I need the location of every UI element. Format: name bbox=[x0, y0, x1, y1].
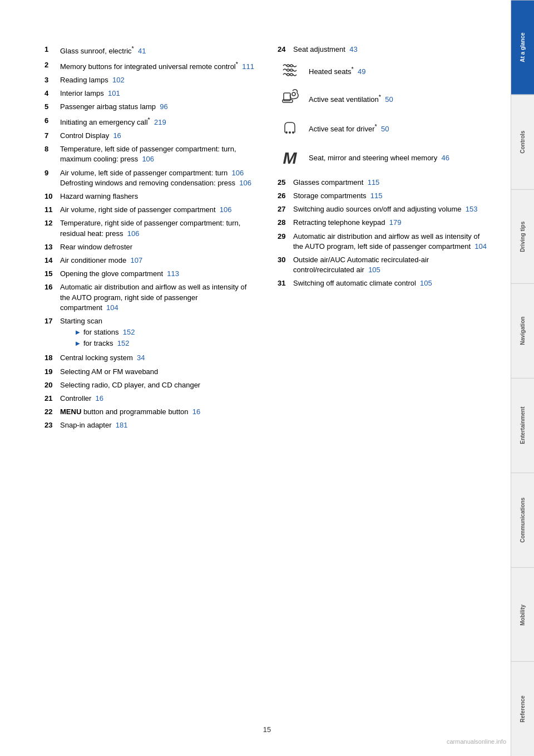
page-ref[interactable]: 46 bbox=[441, 154, 449, 162]
item-number: 21 bbox=[44, 394, 60, 404]
page-ref[interactable]: 105 bbox=[420, 279, 432, 287]
item-text: Hazard warning flashers bbox=[60, 192, 255, 202]
page-ref[interactable]: 106 bbox=[142, 155, 154, 163]
list-item: 5 Passenger airbag status lamp 96 bbox=[44, 102, 255, 112]
item-text: Retracting telephone keypad 179 bbox=[293, 218, 488, 228]
page-ref[interactable]: 106 bbox=[232, 169, 244, 177]
item-number: 12 bbox=[44, 218, 60, 238]
page-ref[interactable]: 106 bbox=[127, 229, 140, 238]
sidebar: At a glance Controls Driving tips Naviga… bbox=[511, 0, 534, 756]
page-ref[interactable]: 107 bbox=[130, 256, 142, 264]
page-ref[interactable]: 16 bbox=[192, 408, 200, 416]
sidebar-tab-entertainment[interactable]: Entertainment bbox=[511, 378, 534, 473]
page-ref[interactable]: 219 bbox=[154, 118, 166, 126]
svg-point-3 bbox=[289, 131, 291, 134]
page-ref[interactable]: 96 bbox=[160, 102, 167, 111]
page-ref[interactable]: 105 bbox=[368, 266, 380, 274]
item-number: 30 bbox=[278, 255, 293, 275]
page-ref[interactable]: 104 bbox=[106, 303, 118, 312]
page-ref[interactable]: 115 bbox=[370, 192, 383, 200]
heated-seats-svg bbox=[280, 61, 300, 77]
list-item: 23 Snap-in adapter 181 bbox=[44, 420, 255, 430]
sidebar-tab-navigation[interactable]: Navigation bbox=[511, 283, 534, 378]
active-driver-svg bbox=[279, 117, 300, 135]
page-ref[interactable]: 41 bbox=[138, 47, 146, 55]
svg-point-4 bbox=[292, 131, 294, 134]
icon-list-item: Active seat for driver* 50 bbox=[278, 117, 488, 140]
list-item: 1 Glass sunroof, electric* 41 bbox=[44, 45, 255, 57]
item-number: 23 bbox=[44, 420, 60, 430]
page-ref[interactable]: 43 bbox=[349, 45, 357, 53]
page-ref[interactable]: 50 bbox=[381, 125, 389, 133]
right-column: 24 Seat adjustment 43 bbox=[278, 45, 488, 711]
item-number: 13 bbox=[44, 242, 60, 252]
item-text: Initiating an emergency call* 219 bbox=[60, 116, 255, 128]
page-ref[interactable]: 152 bbox=[117, 339, 130, 347]
page-ref[interactable]: 102 bbox=[112, 76, 125, 84]
sidebar-tab-at-a-glance[interactable]: At a glance bbox=[511, 0, 534, 95]
page-ref[interactable]: 179 bbox=[389, 218, 402, 227]
list-item: 11 Air volume, right side of passenger c… bbox=[44, 205, 255, 215]
list-item: 20 Selecting radio, CD player, and CD ch… bbox=[44, 380, 255, 390]
item-number: 15 bbox=[44, 269, 60, 279]
item-number: 11 bbox=[44, 205, 60, 215]
list-item: 12 Temperature, right side of passenger … bbox=[44, 218, 255, 238]
page-ref[interactable]: 153 bbox=[466, 205, 478, 213]
sub-items: ▶ for stations 152 ▶ for tracks 152 bbox=[76, 327, 255, 348]
list-item: 25 Glasses compartment 115 bbox=[278, 178, 488, 188]
right-item-list: 24 Seat adjustment 43 bbox=[278, 45, 488, 288]
icon-list-item: Active seat ventilation* 50 bbox=[278, 87, 488, 110]
page-ref[interactable]: 106 bbox=[239, 179, 251, 187]
list-item: 16 Automatic air distribution and airflo… bbox=[44, 282, 255, 313]
page-ref[interactable]: 113 bbox=[167, 269, 179, 278]
page-ref[interactable]: 181 bbox=[116, 421, 128, 429]
item-number: 8 bbox=[44, 144, 60, 164]
item-text: Opening the glove compartment 113 bbox=[60, 269, 255, 279]
sidebar-tab-mobility[interactable]: Mobility bbox=[511, 567, 534, 662]
list-item: 6 Initiating an emergency call* 219 bbox=[44, 116, 255, 128]
bold-label: MENU bbox=[60, 408, 81, 416]
page-ref[interactable]: 49 bbox=[358, 67, 365, 76]
list-item: 28 Retracting telephone keypad 179 bbox=[278, 218, 488, 228]
page-ref[interactable]: 106 bbox=[220, 205, 232, 214]
item-text: Reading lamps 102 bbox=[60, 75, 255, 85]
item-text: Controller 16 bbox=[60, 394, 255, 404]
item-number: 24 bbox=[278, 45, 293, 55]
page-ref[interactable]: 50 bbox=[385, 95, 393, 104]
list-item: 17 Starting scan ▶ for stations 152 ▶ fo… bbox=[44, 316, 255, 350]
triangle-icon: ▶ bbox=[76, 340, 80, 347]
item-text: Glasses compartment 115 bbox=[293, 178, 488, 188]
seat-mirror-text: Seat, mirror and steering wheel memory 4… bbox=[309, 153, 488, 163]
page-ref[interactable]: 34 bbox=[137, 354, 145, 362]
svg-point-2 bbox=[292, 92, 295, 96]
sidebar-tab-communications[interactable]: Communications bbox=[511, 473, 534, 567]
item-number: 18 bbox=[44, 353, 60, 363]
sidebar-tab-driving-tips[interactable]: Driving tips bbox=[511, 189, 534, 284]
triangle-icon: ▶ bbox=[76, 328, 80, 336]
item-text: Outside air/AUC Automatic recirculated-a… bbox=[293, 255, 488, 275]
page-ref[interactable]: 101 bbox=[108, 89, 120, 97]
page-ref[interactable]: 16 bbox=[113, 131, 121, 140]
page-ref[interactable]: 115 bbox=[368, 178, 380, 186]
watermark: carmanualsonline.info bbox=[447, 738, 506, 745]
item-number: 4 bbox=[44, 89, 60, 99]
page-ref[interactable]: 111 bbox=[242, 62, 254, 71]
list-item: 7 Control Display 16 bbox=[44, 131, 255, 141]
item-number: 14 bbox=[44, 256, 60, 266]
item-number: 16 bbox=[44, 282, 60, 313]
list-item: 29 Automatic air distribution and airflo… bbox=[278, 232, 488, 252]
active-driver-icon bbox=[278, 117, 302, 140]
page-ref[interactable]: 104 bbox=[474, 242, 487, 251]
sub-item: ▶ for tracks 152 bbox=[76, 338, 255, 348]
sidebar-tab-reference[interactable]: Reference bbox=[511, 661, 534, 756]
item-text: Temperature, right side of passenger com… bbox=[60, 218, 255, 238]
sidebar-tab-controls[interactable]: Controls bbox=[511, 95, 534, 189]
active-ventilation-text: Active seat ventilation* 50 bbox=[309, 93, 488, 105]
item-number: 27 bbox=[278, 204, 293, 214]
page-ref[interactable]: 16 bbox=[96, 394, 103, 402]
sub-item: ▶ for stations 152 bbox=[76, 327, 255, 337]
page-ref[interactable]: 152 bbox=[123, 328, 135, 336]
item-number: 22 bbox=[44, 407, 60, 417]
item-number: 20 bbox=[44, 380, 60, 390]
item-number: 26 bbox=[278, 191, 293, 201]
